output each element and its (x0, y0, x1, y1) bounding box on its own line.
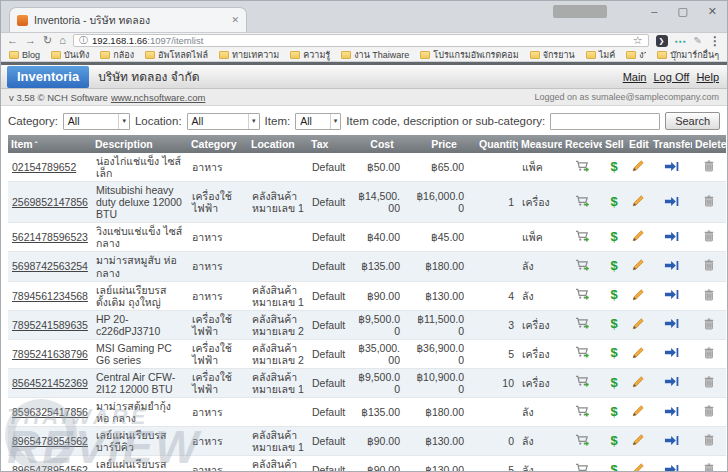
col-cost[interactable]: Cost (352, 135, 412, 153)
back-icon[interactable]: ← (7, 35, 18, 46)
edit-pencil-icon[interactable] (631, 229, 645, 245)
item-select[interactable]: All▾ (295, 113, 341, 130)
bookmark-item[interactable]: งาน (626, 48, 646, 62)
col-tax[interactable]: Tax (308, 135, 352, 153)
edit-pencil-icon[interactable] (631, 346, 645, 362)
col-price[interactable]: Price (412, 135, 476, 153)
browser-tab[interactable]: Inventoria - บริษัท ทดลอง ✕ (9, 7, 247, 32)
edit-pencil-icon[interactable] (631, 258, 645, 274)
main-link[interactable]: Main (623, 71, 647, 83)
edit-pencil-icon[interactable] (631, 288, 645, 304)
nch-website-link[interactable]: www.nchsoftware.com (111, 92, 206, 103)
item-code-link[interactable]: 2569852147856 (12, 196, 88, 208)
transfer-arrow-icon[interactable] (664, 258, 679, 275)
delete-trash-icon[interactable] (702, 462, 716, 472)
sell-dollar-icon[interactable]: $ (610, 317, 617, 332)
edit-pencil-icon[interactable] (631, 194, 645, 210)
category-select[interactable]: All▾ (63, 113, 130, 130)
bookmark-item[interactable]: บันเทิง (51, 48, 89, 62)
sell-dollar-icon[interactable]: $ (610, 195, 617, 210)
bookmark-item[interactable]: กล้อง (100, 48, 134, 62)
bookmark-item[interactable]: งาน Thaiware (341, 48, 409, 62)
bookmark-item[interactable]: ทายเทความ (219, 48, 279, 62)
delete-trash-icon[interactable] (702, 229, 716, 245)
receive-cart-icon[interactable] (575, 374, 590, 391)
receive-cart-icon[interactable] (575, 433, 590, 450)
transfer-arrow-icon[interactable] (664, 194, 679, 211)
col-location[interactable]: Location (248, 135, 308, 153)
receive-cart-icon[interactable] (575, 345, 590, 362)
transfer-arrow-icon[interactable] (664, 433, 679, 450)
edit-pencil-icon[interactable] (631, 404, 645, 420)
item-code-link[interactable]: 8965478954562 (12, 435, 88, 447)
sell-dollar-icon[interactable]: $ (610, 259, 617, 274)
extension-pocket-icon[interactable]: ❯ (656, 35, 668, 47)
sell-dollar-icon[interactable]: $ (610, 463, 617, 472)
transfer-arrow-icon[interactable] (664, 345, 679, 362)
receive-cart-icon[interactable] (575, 287, 590, 304)
bookmark-item[interactable]: ไมค์ (586, 48, 615, 62)
help-link[interactable]: Help (696, 71, 719, 83)
col-measure[interactable]: Measure (518, 135, 562, 153)
delete-trash-icon[interactable] (702, 404, 716, 420)
edit-pencil-icon[interactable] (631, 433, 645, 449)
delete-trash-icon[interactable] (702, 317, 716, 333)
bookmark-item[interactable]: โปรแกรมอัพเกรดคอม (420, 48, 518, 62)
item-code-link[interactable]: 8965478954562 (12, 464, 88, 472)
receive-cart-icon[interactable] (575, 258, 590, 275)
col-item[interactable]: Itemˆ (8, 135, 92, 153)
sell-dollar-icon[interactable]: $ (610, 160, 617, 175)
delete-trash-icon[interactable] (702, 258, 716, 274)
chrome-menu-icon[interactable]: ⋮ (709, 34, 721, 48)
sell-dollar-icon[interactable]: $ (610, 376, 617, 391)
edit-pencil-icon[interactable] (631, 375, 645, 391)
transfer-arrow-icon[interactable] (664, 316, 679, 333)
sell-dollar-icon[interactable]: $ (610, 405, 617, 420)
page-info-icon[interactable]: ⓘ (79, 34, 88, 47)
bookmark-item[interactable]: อัพโหลดไฟล์ (145, 48, 208, 62)
item-code-link[interactable]: 02154789652 (12, 161, 76, 173)
delete-trash-icon[interactable] (702, 346, 716, 362)
sell-dollar-icon[interactable]: $ (610, 288, 617, 303)
home-icon[interactable]: ⌂ (59, 35, 66, 46)
transfer-arrow-icon[interactable] (664, 229, 679, 246)
receive-cart-icon[interactable] (575, 229, 590, 246)
item-code-link[interactable]: 7895241638796 (12, 348, 88, 360)
logoff-link[interactable]: Log Off (653, 71, 689, 83)
receive-cart-icon[interactable] (575, 404, 590, 421)
sell-dollar-icon[interactable]: $ (610, 346, 617, 361)
item-code-link[interactable]: 8564521452369 (12, 377, 88, 389)
delete-trash-icon[interactable] (702, 375, 716, 391)
col-description[interactable]: Description (92, 135, 188, 153)
window-minimize-icon[interactable]: – (651, 5, 657, 18)
edit-pencil-icon[interactable] (631, 317, 645, 333)
receive-cart-icon[interactable] (575, 316, 590, 333)
transfer-arrow-icon[interactable] (664, 287, 679, 304)
tab-close-icon[interactable]: ✕ (231, 15, 239, 25)
transfer-arrow-icon[interactable] (664, 159, 679, 176)
item-code-link[interactable]: 5621478596523 (12, 231, 88, 243)
other-bookmarks[interactable]: บุ๊กมาร์กอื่นๆ (657, 48, 719, 62)
delete-trash-icon[interactable] (702, 159, 716, 175)
receive-cart-icon[interactable] (575, 462, 590, 472)
col-quantity[interactable]: Quantity (476, 135, 518, 153)
transfer-arrow-icon[interactable] (664, 374, 679, 391)
transfer-arrow-icon[interactable] (664, 462, 679, 472)
edit-pencil-icon[interactable] (631, 462, 645, 472)
bookmark-star-icon[interactable]: ☆ (633, 35, 643, 46)
item-code-link[interactable]: 8596325417856 (12, 406, 88, 418)
refresh-icon[interactable]: ↻ (43, 35, 52, 46)
bookmark-item[interactable]: Blog (9, 50, 40, 60)
extension-pencil-icon[interactable]: ✎ (694, 35, 702, 46)
edit-pencil-icon[interactable] (631, 159, 645, 175)
location-select[interactable]: All▾ (187, 113, 260, 130)
window-maximize-icon[interactable]: ▢ (677, 5, 687, 18)
extension-dots-icon[interactable]: ●●● (675, 38, 687, 44)
address-bar[interactable]: ⓘ 192.168.1.66:1097/itemlist ☆ (73, 34, 649, 47)
receive-cart-icon[interactable] (575, 159, 590, 176)
item-code-link[interactable]: 7895241589635 (12, 319, 88, 331)
delete-trash-icon[interactable] (702, 288, 716, 304)
transfer-arrow-icon[interactable] (664, 404, 679, 421)
window-close-icon[interactable]: ✕ (708, 5, 717, 18)
sell-dollar-icon[interactable]: $ (610, 434, 617, 449)
